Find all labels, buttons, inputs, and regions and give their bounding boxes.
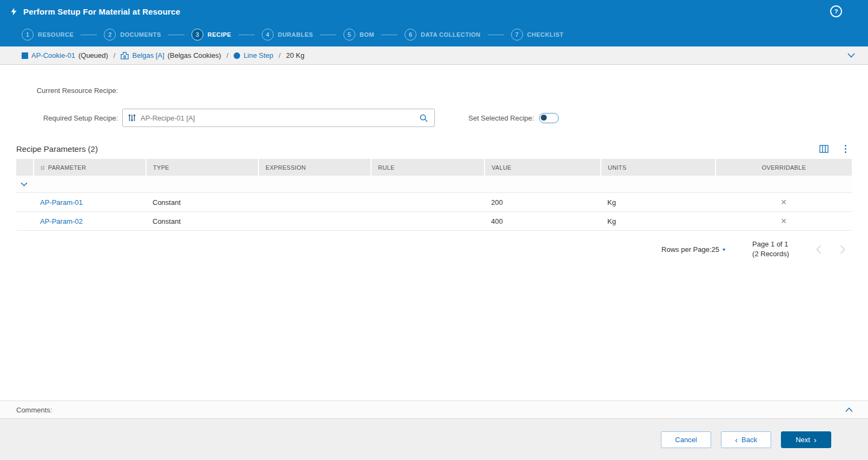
type-cell: Constant	[146, 212, 259, 231]
step-recipe[interactable]: 3 RECIPE	[191, 29, 231, 41]
column-header-label: UNITS	[608, 164, 627, 171]
required-recipe-value: AP-Recipe-01 [A]	[141, 114, 414, 122]
step-durables[interactable]: 4 DURABLES	[262, 29, 313, 41]
resource-icon	[121, 52, 129, 59]
recipe-parameters-title: Recipe Parameters (2)	[16, 144, 98, 154]
row-select-cell	[16, 193, 34, 212]
page-count-text: Page 1 of 1	[752, 240, 789, 248]
column-header-label: VALUE	[492, 164, 512, 171]
comments-panel: Comments:	[0, 401, 868, 418]
perform-setup-window: Perform Setup For Material at Resource ?…	[0, 0, 868, 460]
back-button[interactable]: ‹ Back	[721, 431, 771, 448]
step-data-collection[interactable]: 6 DATA COLLECTION	[405, 29, 481, 41]
group-row-body	[34, 176, 852, 193]
rule-cell	[371, 212, 485, 231]
table-row[interactable]: AP-Param-01 Constant 200 Kg ✕	[16, 193, 852, 212]
footer-actions: Cancel ‹ Back Next ›	[0, 418, 868, 460]
column-header-units[interactable]: UNITS	[601, 159, 715, 176]
pager-controls	[816, 245, 852, 254]
step-label: DOCUMENTS	[120, 31, 161, 38]
step-connector	[488, 35, 504, 35]
step-bom[interactable]: 5 BOM	[343, 29, 374, 41]
rows-per-page-label: Rows per Page:	[661, 245, 712, 254]
toggle-knob	[541, 115, 547, 121]
overridable-no-icon: ✕	[715, 212, 852, 231]
step-label: RECIPE	[208, 31, 231, 38]
step-circle: 6	[405, 29, 416, 41]
resource-description: (Belgas Cookies)	[168, 51, 221, 59]
caret-down-icon: ▾	[723, 246, 725, 252]
step-label: CHECKLIST	[527, 31, 564, 38]
step-connector	[168, 35, 184, 35]
column-header-value[interactable]: VALUE	[485, 159, 601, 176]
column-header-overridable[interactable]: OVERRIDABLE	[715, 159, 852, 176]
breadcrumb-step-link[interactable]: Line Step	[243, 51, 273, 59]
table-row[interactable]: AP-Param-02 Constant 400 Kg ✕	[16, 212, 852, 231]
material-status: (Queued)	[78, 51, 108, 59]
column-header-label: RULE	[378, 164, 395, 171]
overridable-no-icon: ✕	[715, 193, 852, 212]
table-pagination: Rows per Page:25 ▾ Page 1 of 1 (2 Record…	[16, 239, 852, 259]
rows-per-page-dropdown[interactable]: Rows per Page:25 ▾	[661, 245, 725, 254]
current-recipe-label: Current Resource Recipe:	[16, 86, 118, 95]
value-cell: 400	[485, 212, 601, 231]
breadcrumb-resource-link[interactable]: Belgas [A]	[132, 51, 164, 59]
breadcrumb-material-link[interactable]: AP-Cookie-01	[31, 51, 75, 59]
step-label: DURABLES	[278, 31, 313, 38]
column-header-parameter[interactable]: αPARAMETER	[34, 159, 146, 176]
recipe-parameters-table: αPARAMETER TYPE EXPRESSION RULE VALUE UN…	[16, 159, 852, 231]
breadcrumb-separator: /	[279, 51, 281, 59]
more-options-icon[interactable]	[844, 145, 848, 154]
column-header-label: OVERRIDABLE	[762, 164, 806, 171]
grid-toolbar	[819, 145, 852, 154]
expression-cell	[259, 193, 371, 212]
help-icon[interactable]: ?	[830, 5, 842, 17]
breadcrumb-expand-chevron-icon[interactable]	[845, 51, 857, 60]
step-label: DATA COLLECTION	[421, 31, 481, 38]
wizard-stepper: 1 RESOURCE 2 DOCUMENTS 3 RECIPE 4 DURABL…	[0, 23, 868, 46]
material-icon	[22, 52, 28, 59]
next-page-icon[interactable]	[840, 245, 845, 254]
column-header-expression[interactable]: EXPRESSION	[259, 159, 371, 176]
step-label: RESOURCE	[38, 31, 74, 38]
step-documents[interactable]: 2 DOCUMENTS	[104, 29, 161, 41]
units-cell: Kg	[601, 212, 715, 231]
value-cell: 200	[485, 193, 601, 212]
previous-page-icon[interactable]	[816, 245, 821, 254]
comments-collapse-chevron-icon[interactable]	[843, 405, 855, 415]
step-circle: 1	[22, 29, 34, 41]
column-header-type[interactable]: TYPE	[146, 159, 259, 176]
title-bar: Perform Setup For Material at Resource ?	[0, 0, 868, 23]
rows-per-page-value: 25	[712, 245, 719, 254]
cancel-button[interactable]: Cancel	[661, 431, 711, 448]
column-header-label: TYPE	[153, 164, 169, 171]
recipe-sliders-icon	[128, 114, 136, 122]
group-collapse-chevron-icon[interactable]	[21, 182, 34, 186]
step-circle: 3	[191, 29, 203, 41]
step-dot-icon	[234, 52, 240, 59]
parameter-link[interactable]: AP-Param-02	[40, 217, 83, 225]
record-count-text: (2 Records)	[752, 250, 789, 258]
step-circle: 5	[343, 29, 355, 41]
column-header-label: EXPRESSION	[266, 164, 306, 171]
step-checklist[interactable]: 7 CHECKLIST	[511, 29, 564, 41]
group-row	[16, 176, 852, 193]
parameter-link[interactable]: AP-Param-01	[40, 198, 83, 206]
set-selected-recipe-toggle[interactable]	[539, 113, 559, 123]
step-label: BOM	[360, 31, 374, 38]
step-connector	[81, 35, 97, 35]
search-icon[interactable]	[419, 113, 429, 123]
next-button-label: Next	[796, 436, 810, 444]
column-header-rule[interactable]: RULE	[371, 159, 485, 176]
step-connector	[238, 35, 255, 35]
rule-cell	[371, 193, 485, 212]
column-chooser-icon[interactable]	[819, 145, 829, 153]
step-resource[interactable]: 1 RESOURCE	[22, 29, 74, 41]
current-recipe-row: Current Resource Recipe:	[16, 86, 852, 95]
required-recipe-row: Required Setup Recipe: AP-Recipe-01 [A] …	[16, 109, 852, 127]
step-circle: 4	[262, 29, 274, 41]
next-button[interactable]: Next ›	[781, 431, 831, 448]
step-circle: 7	[511, 29, 523, 41]
required-recipe-input[interactable]: AP-Recipe-01 [A]	[122, 109, 435, 127]
column-header-label: PARAMETER	[48, 164, 86, 171]
